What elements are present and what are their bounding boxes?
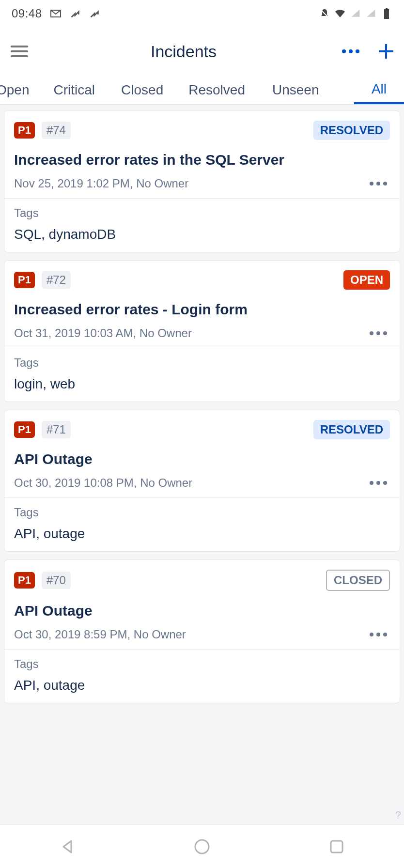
tags-value: SQL, dynamoDB: [14, 227, 390, 242]
priority-badge: P1: [14, 572, 35, 589]
tags-value: API, outage: [14, 526, 390, 542]
priority-badge: P1: [14, 421, 35, 438]
signal-icon-2: [365, 8, 377, 19]
card-more-button[interactable]: [370, 633, 390, 636]
status-badge: CLOSED: [326, 570, 390, 591]
tags-label: Tags: [14, 356, 390, 370]
status-bar: 09:48: [0, 0, 404, 27]
incident-meta: Oct 31, 2019 10:03 AM, No Owner: [14, 326, 192, 340]
arrow-icon-2: [89, 8, 100, 19]
status-right: [319, 8, 392, 19]
incident-title: Increased error rates - Login form: [14, 301, 390, 318]
status-time: 09:48: [12, 7, 42, 20]
help-icon[interactable]: ?: [395, 809, 401, 822]
tabs: Open Critical Closed Resolved Unseen All: [0, 76, 404, 105]
incident-card[interactable]: P1 #74 RESOLVED Increased error rates in…: [4, 110, 400, 252]
tab-resolved[interactable]: Resolved: [176, 76, 258, 104]
incident-card[interactable]: P1 #71 RESOLVED API Outage Oct 30, 2019 …: [4, 410, 400, 552]
incident-card[interactable]: P1 #72 OPEN Increased error rates - Logi…: [4, 260, 400, 402]
card-more-button[interactable]: [370, 331, 390, 335]
id-chip: #70: [42, 572, 71, 589]
add-button[interactable]: [379, 44, 393, 59]
recent-button[interactable]: [328, 838, 345, 855]
priority-badge: P1: [14, 272, 35, 288]
back-button[interactable]: [59, 838, 76, 855]
home-button[interactable]: [193, 838, 211, 855]
bell-off-icon: [319, 8, 330, 19]
incident-list[interactable]: P1 #74 RESOLVED Increased error rates in…: [0, 105, 404, 703]
tab-unseen[interactable]: Unseen: [258, 76, 334, 104]
tab-open[interactable]: Open: [0, 76, 40, 104]
wifi-icon: [334, 8, 346, 19]
svg-rect-5: [331, 841, 342, 852]
more-button[interactable]: [342, 49, 359, 53]
system-nav-bar: [0, 824, 404, 868]
app-actions: [342, 44, 393, 59]
battery-icon: [381, 8, 392, 19]
gmail-icon: [50, 8, 62, 19]
incident-meta: Oct 30, 2019 10:08 PM, No Owner: [14, 476, 192, 490]
incident-meta: Nov 25, 2019 1:02 PM, No Owner: [14, 177, 188, 190]
page-title: Incidents: [25, 42, 342, 61]
tags-label: Tags: [14, 657, 390, 671]
arrow-icon: [69, 8, 81, 19]
card-more-button[interactable]: [370, 481, 390, 485]
signal-icon: [350, 8, 361, 19]
id-chip: #74: [42, 122, 71, 139]
incident-title: API Outage: [14, 603, 390, 619]
tab-closed[interactable]: Closed: [109, 76, 176, 104]
status-badge: RESOLVED: [313, 420, 390, 439]
app-bar: Incidents: [0, 27, 404, 76]
tags-value: login, web: [14, 376, 390, 392]
tab-all[interactable]: All: [354, 76, 404, 104]
status-badge: RESOLVED: [313, 121, 390, 140]
status-badge: OPEN: [343, 270, 390, 290]
priority-badge: P1: [14, 122, 35, 139]
svg-point-4: [195, 840, 209, 853]
id-chip: #72: [42, 271, 71, 289]
incident-meta: Oct 30, 2019 8:59 PM, No Owner: [14, 628, 186, 641]
tags-value: API, outage: [14, 678, 390, 693]
svg-rect-3: [386, 8, 388, 9]
tags-label: Tags: [14, 206, 390, 220]
id-chip: #71: [42, 421, 71, 438]
svg-rect-2: [384, 9, 389, 19]
incident-title: Increased error rates in the SQL Server: [14, 152, 390, 168]
tags-label: Tags: [14, 506, 390, 519]
incident-title: API Outage: [14, 451, 390, 467]
incident-card[interactable]: P1 #70 CLOSED API Outage Oct 30, 2019 8:…: [4, 559, 400, 703]
status-left: 09:48: [12, 7, 100, 20]
tab-critical[interactable]: Critical: [40, 76, 109, 104]
card-more-button[interactable]: [370, 182, 390, 186]
